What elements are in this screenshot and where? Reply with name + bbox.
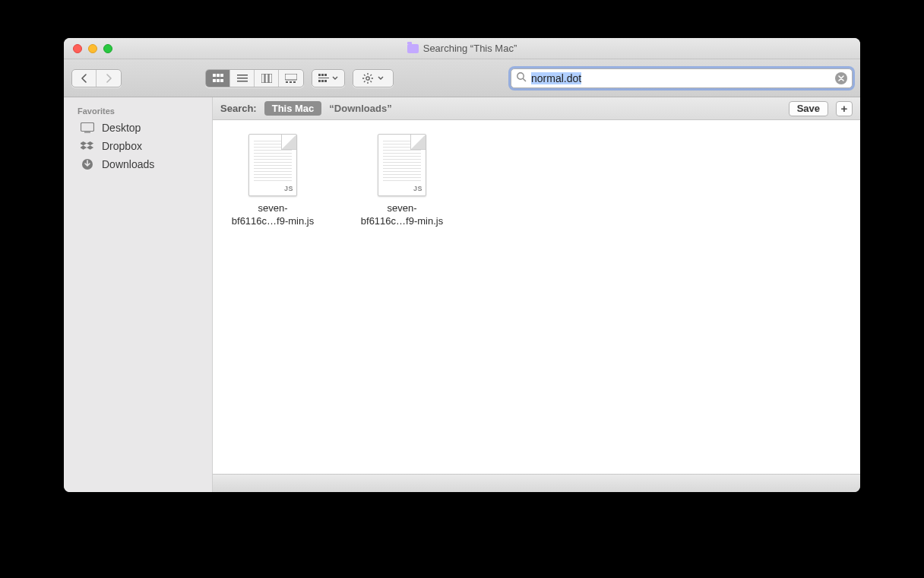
svg-rect-7 — [237, 78, 248, 79]
forward-button[interactable] — [97, 70, 121, 87]
add-criteria-button[interactable]: + — [836, 101, 853, 116]
column-view-button[interactable] — [255, 70, 279, 87]
svg-line-29 — [370, 81, 372, 82]
svg-rect-34 — [81, 123, 94, 132]
dropbox-icon — [81, 141, 94, 151]
traffic-lights — [64, 44, 112, 53]
sidebar-item-desktop[interactable]: Desktop — [64, 119, 212, 137]
sidebar-item-label: Desktop — [102, 122, 141, 134]
svg-rect-3 — [213, 79, 216, 82]
smart-folder-icon — [407, 44, 419, 53]
svg-rect-8 — [237, 81, 248, 82]
svg-rect-16 — [318, 74, 321, 76]
view-mode-segmented — [205, 69, 304, 87]
svg-rect-19 — [318, 78, 329, 78]
sidebar-section-header: Favorites — [64, 103, 212, 119]
downloads-icon — [81, 159, 94, 170]
svg-rect-35 — [84, 132, 90, 133]
svg-rect-4 — [217, 79, 220, 82]
svg-rect-14 — [290, 81, 292, 83]
content-column: Search: This Mac “Downloads” Save + JS s… — [213, 97, 860, 492]
search-field[interactable] — [511, 68, 853, 88]
window-title-text: Searching “This Mac” — [423, 43, 517, 54]
svg-line-33 — [523, 78, 526, 81]
minimize-window-button[interactable] — [88, 44, 97, 53]
nav-buttons — [71, 69, 122, 87]
svg-rect-6 — [237, 75, 248, 76]
svg-rect-9 — [261, 74, 264, 83]
gallery-view-button[interactable] — [279, 70, 303, 87]
js-file-icon: JS — [248, 134, 297, 196]
search-icon — [516, 71, 527, 84]
svg-line-30 — [370, 75, 372, 76]
svg-rect-10 — [265, 74, 268, 83]
svg-point-32 — [517, 73, 524, 79]
svg-point-23 — [366, 76, 369, 79]
sidebar-item-downloads[interactable]: Downloads — [64, 155, 212, 173]
back-button[interactable] — [72, 70, 97, 87]
svg-rect-2 — [220, 74, 223, 77]
svg-rect-22 — [324, 80, 327, 82]
svg-rect-11 — [269, 74, 272, 83]
sidebar-item-label: Dropbox — [102, 140, 142, 152]
window-body: Favorites Desktop Dropbox Downloads — [64, 97, 860, 492]
save-search-button[interactable]: Save — [789, 101, 828, 116]
js-file-icon: JS — [378, 134, 426, 196]
search-scope-bar: Search: This Mac “Downloads” Save + — [213, 97, 860, 120]
action-menu[interactable] — [353, 69, 394, 87]
file-type-badge: JS — [413, 185, 422, 192]
toolbar — [64, 59, 860, 97]
file-name: seven- bf6116c…f9-min.js — [361, 202, 443, 228]
finder-window: Searching “This Mac” — [64, 38, 860, 492]
svg-rect-13 — [286, 81, 288, 83]
title-bar: Searching “This Mac” — [64, 38, 860, 59]
list-view-button[interactable] — [230, 70, 255, 87]
chevron-down-icon — [378, 76, 384, 81]
close-window-button[interactable] — [73, 44, 82, 53]
scope-this-mac[interactable]: This Mac — [264, 101, 322, 116]
scope-downloads[interactable]: “Downloads” — [329, 103, 391, 114]
zoom-window-button[interactable] — [103, 44, 112, 53]
svg-rect-15 — [293, 81, 296, 83]
svg-line-28 — [364, 75, 365, 76]
file-type-badge: JS — [284, 185, 293, 192]
svg-rect-12 — [285, 74, 297, 80]
clear-search-button[interactable] — [835, 72, 847, 84]
svg-line-31 — [364, 81, 365, 82]
svg-rect-18 — [324, 74, 327, 76]
svg-rect-21 — [321, 80, 324, 82]
sidebar-item-label: Downloads — [102, 158, 154, 170]
group-by-menu[interactable] — [312, 69, 345, 87]
svg-rect-0 — [213, 74, 216, 77]
sidebar: Favorites Desktop Dropbox Downloads — [64, 97, 213, 492]
window-title: Searching “This Mac” — [64, 43, 860, 54]
scope-label: Search: — [220, 103, 257, 114]
desktop-icon — [81, 122, 94, 133]
svg-rect-17 — [321, 74, 324, 76]
gear-icon — [362, 73, 373, 84]
status-bar — [213, 474, 860, 492]
file-item[interactable]: JS seven- bf6116c…f9-min.js — [216, 134, 330, 228]
icon-view-button[interactable] — [206, 70, 230, 87]
file-grid: JS seven- bf6116c…f9-min.js JS seven- bf… — [213, 120, 860, 474]
search-input[interactable] — [531, 72, 831, 84]
svg-rect-1 — [217, 74, 220, 77]
svg-rect-5 — [220, 79, 223, 82]
chevron-down-icon — [332, 76, 338, 81]
file-name: seven- bf6116c…f9-min.js — [232, 202, 314, 228]
sidebar-item-dropbox[interactable]: Dropbox — [64, 137, 212, 155]
file-item[interactable]: JS seven- bf6116c…f9-min.js — [345, 134, 459, 228]
svg-rect-20 — [318, 80, 321, 82]
